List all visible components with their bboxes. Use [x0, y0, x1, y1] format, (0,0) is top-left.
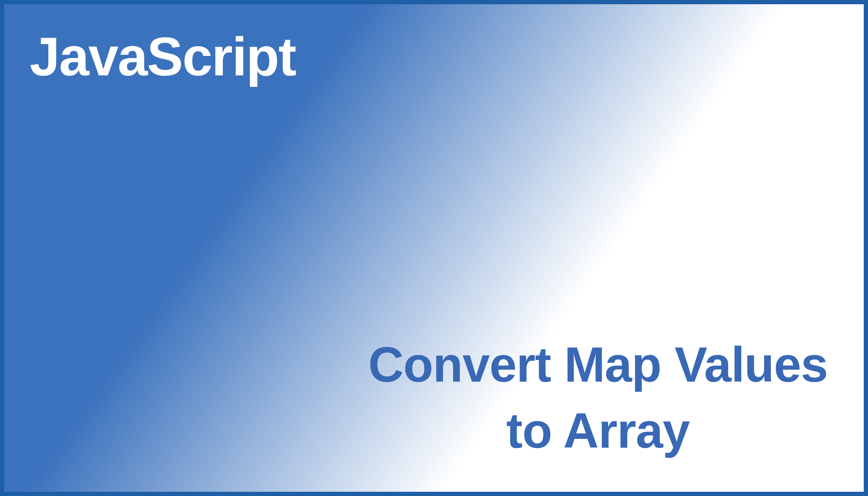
banner-subtitle: Convert Map Values to Array: [368, 332, 828, 464]
banner-container: JavaScript Convert Map Values to Array: [0, 0, 868, 496]
subtitle-line-2: to Array: [368, 398, 828, 464]
banner-title: JavaScript: [30, 25, 296, 88]
subtitle-line-1: Convert Map Values: [368, 332, 828, 398]
